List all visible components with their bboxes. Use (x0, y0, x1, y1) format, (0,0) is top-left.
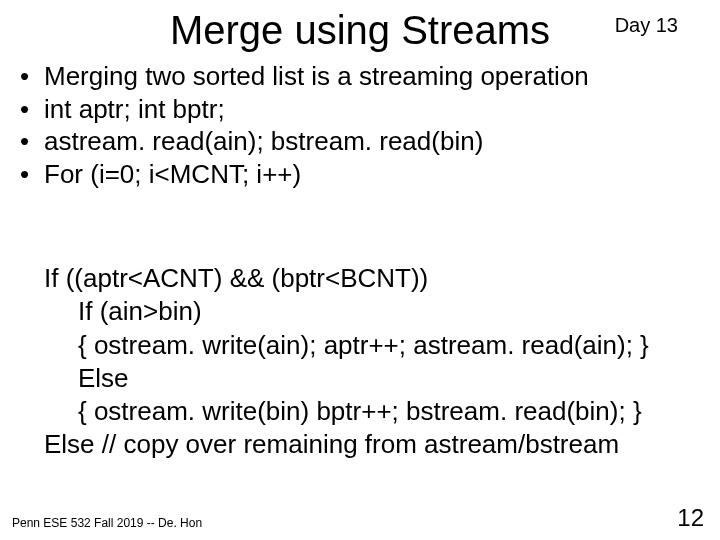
code-block: If ((aptr<ACNT) && (bptr<BCNT)) If (ain>… (44, 262, 704, 462)
page-number: 12 (677, 504, 704, 532)
bullet-dot: • (20, 158, 44, 191)
slide-title: Merge using Streams (0, 8, 720, 53)
code-line: Else (44, 362, 704, 395)
code-line: If (ain>bin) (44, 295, 704, 328)
slide: Day 13 Merge using Streams • Merging two… (0, 0, 720, 540)
footer-text: Penn ESE 532 Fall 2019 -- De. Hon (12, 516, 202, 530)
bullet-dot: • (20, 125, 44, 158)
bullet-text: int aptr; int bptr; (44, 93, 700, 126)
bullet-text: For (i=0; i<MCNT; i++) (44, 158, 700, 191)
code-line: Else // copy over remaining from astream… (44, 428, 704, 461)
bullet-dot: • (20, 93, 44, 126)
bullet-item: • astream. read(ain); bstream. read(bin) (20, 125, 700, 158)
code-line: If ((aptr<ACNT) && (bptr<BCNT)) (44, 262, 704, 295)
bullet-list: • Merging two sorted list is a streaming… (20, 60, 700, 190)
code-line: { ostream. write(ain); aptr++; astream. … (44, 329, 704, 362)
bullet-item: • For (i=0; i<MCNT; i++) (20, 158, 700, 191)
bullet-text: Merging two sorted list is a streaming o… (44, 60, 700, 93)
bullet-item: • int aptr; int bptr; (20, 93, 700, 126)
bullet-text: astream. read(ain); bstream. read(bin) (44, 125, 700, 158)
bullet-dot: • (20, 60, 44, 93)
code-line: { ostream. write(bin) bptr++; bstream. r… (44, 395, 704, 428)
bullet-item: • Merging two sorted list is a streaming… (20, 60, 700, 93)
